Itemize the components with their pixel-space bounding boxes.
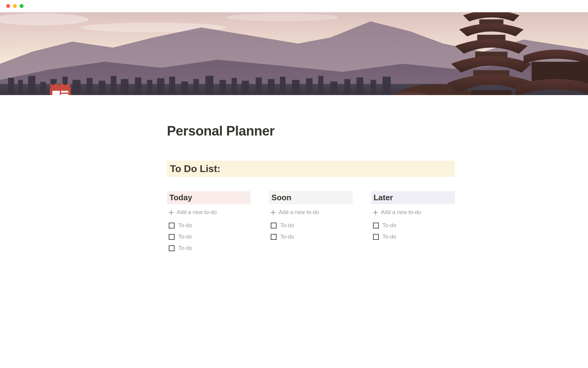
add-todo-label: Add a new to-do	[381, 209, 421, 216]
column-heading-soon[interactable]: Soon	[269, 191, 352, 204]
todo-label[interactable]: To-do	[383, 222, 396, 229]
svg-rect-14	[111, 76, 116, 95]
checkbox-icon[interactable]	[271, 234, 277, 240]
section-heading[interactable]: To Do List:	[167, 161, 455, 177]
svg-rect-25	[242, 81, 249, 95]
window-maximize-button[interactable]	[20, 4, 24, 8]
checkbox-icon[interactable]	[373, 223, 379, 228]
todo-label[interactable]: To-do	[178, 222, 192, 229]
column-heading-today[interactable]: Today	[167, 191, 251, 204]
svg-rect-7	[28, 76, 36, 95]
todo-item[interactable]: To-do	[167, 231, 251, 243]
svg-rect-12	[87, 78, 93, 95]
todo-label[interactable]: To-do	[280, 222, 294, 229]
checkbox-icon[interactable]	[271, 223, 277, 228]
svg-rect-47	[61, 91, 68, 93]
plus-icon	[373, 210, 378, 215]
add-todo-label: Add a new to-do	[177, 209, 217, 216]
todo-item[interactable]: To-do	[269, 220, 352, 231]
cover-image[interactable]	[0, 12, 588, 95]
svg-rect-27	[268, 79, 275, 95]
todo-label[interactable]: To-do	[178, 234, 192, 240]
svg-rect-19	[169, 77, 175, 95]
svg-rect-20	[181, 82, 188, 95]
svg-rect-34	[356, 78, 363, 95]
svg-rect-28	[280, 77, 285, 95]
add-todo-today[interactable]: Add a new to-do	[167, 207, 251, 218]
window-minimize-button[interactable]	[13, 4, 17, 8]
svg-rect-8	[40, 82, 46, 95]
svg-rect-23	[220, 80, 226, 95]
svg-rect-26	[256, 78, 262, 95]
svg-rect-35	[371, 80, 376, 95]
svg-rect-13	[99, 81, 105, 95]
checkbox-icon[interactable]	[373, 234, 379, 240]
svg-rect-16	[135, 78, 141, 95]
add-todo-label: Add a new to-do	[279, 209, 319, 216]
todo-label[interactable]: To-do	[280, 234, 294, 240]
svg-rect-32	[330, 82, 337, 95]
todo-item[interactable]: To-do	[167, 243, 251, 254]
svg-rect-31	[318, 76, 323, 95]
svg-rect-22	[205, 76, 213, 95]
svg-rect-11	[73, 80, 81, 95]
svg-rect-5	[8, 78, 14, 95]
svg-rect-18	[157, 78, 164, 95]
checkbox-icon[interactable]	[169, 234, 175, 240]
page-title[interactable]: Personal Planner	[167, 123, 455, 139]
plus-icon	[169, 210, 174, 215]
todo-label[interactable]: To-do	[178, 245, 192, 251]
todo-item[interactable]: To-do	[167, 220, 251, 231]
add-todo-later[interactable]: Add a new to-do	[371, 207, 455, 218]
todo-item[interactable]: To-do	[371, 231, 455, 243]
svg-point-3	[225, 13, 338, 21]
column-later: Later Add a new to-do To-do To-do	[371, 191, 455, 254]
window-close-button[interactable]	[6, 4, 10, 8]
svg-rect-15	[121, 79, 129, 95]
column-today: Today Add a new to-do To-do To-do To-do	[167, 191, 251, 254]
svg-rect-30	[306, 78, 312, 95]
plus-icon	[271, 210, 276, 215]
add-todo-soon[interactable]: Add a new to-do	[269, 207, 352, 218]
window-chrome	[0, 0, 588, 12]
svg-rect-17	[147, 80, 152, 95]
columns-container: Today Add a new to-do To-do To-do To-do	[167, 191, 455, 254]
page-icon[interactable]	[47, 81, 73, 95]
svg-rect-33	[344, 79, 350, 95]
svg-rect-24	[232, 78, 237, 95]
column-heading-later[interactable]: Later	[371, 191, 455, 204]
svg-rect-43	[471, 90, 512, 95]
todo-item[interactable]: To-do	[269, 231, 352, 243]
svg-rect-36	[383, 77, 390, 95]
todo-item[interactable]: To-do	[371, 220, 455, 231]
svg-rect-21	[193, 79, 199, 95]
column-soon: Soon Add a new to-do To-do To-do	[269, 191, 352, 254]
svg-rect-46	[52, 91, 60, 95]
checkbox-icon[interactable]	[169, 245, 175, 251]
svg-rect-48	[61, 94, 68, 95]
todo-label[interactable]: To-do	[383, 234, 396, 240]
checkbox-icon[interactable]	[169, 223, 175, 228]
svg-rect-29	[292, 80, 300, 95]
svg-rect-6	[18, 80, 23, 95]
